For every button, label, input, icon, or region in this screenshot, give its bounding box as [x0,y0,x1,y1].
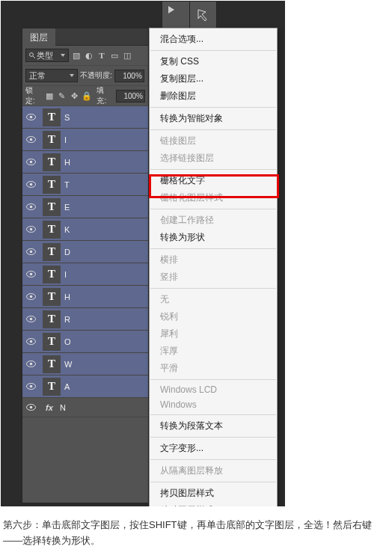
mi-to-para[interactable]: 转换为段落文本 [150,417,277,435]
visibility-icon[interactable] [22,136,39,143]
visibility-icon[interactable] [22,361,39,367]
text-layer-thumb: T [43,266,61,283]
layer-row[interactable]: TR [22,308,148,331]
layer-row[interactable]: TH [22,286,148,308]
visibility-icon[interactable] [22,248,39,255]
blend-mode-value: 正常 [29,70,46,82]
layer-name: O [64,337,148,346]
mi-release-iso: 从隔离图层释放 [150,462,277,479]
fill-field[interactable]: 100% [116,90,145,102]
layer-context-menu: 混合选项... 复制 CSS 复制图层... 删除图层 转换为智能对象 链接图层… [149,28,278,506]
layer-row[interactable]: fxN [22,398,148,417]
mi-raster-text[interactable]: 栅格化文字 [150,172,277,189]
fill-value: 100% [123,92,143,100]
visibility-icon[interactable] [22,181,39,188]
layer-name: H [64,292,148,301]
layer-row[interactable]: TT [22,174,148,196]
visibility-icon[interactable] [22,293,39,300]
toolbar-button-2[interactable] [189,1,217,29]
layer-row[interactable]: TW [22,353,148,375]
mi-copy-style[interactable]: 拷贝图层样式 [150,485,277,502]
visibility-icon[interactable] [22,383,39,390]
filter-shape-icon[interactable]: ▭ [109,50,120,61]
mi-to-shape[interactable]: 转换为形状 [150,229,277,246]
visibility-icon[interactable] [22,271,39,278]
text-layer-thumb: T [43,288,61,306]
svg-point-5 [29,138,32,141]
layer-row[interactable]: TO [22,331,148,353]
mi-warp[interactable]: 文字变形... [150,440,277,457]
menu-separator [150,248,276,249]
fx-thumb: fx [43,401,56,414]
mi-crisp: 犀利 [150,325,277,343]
layer-row[interactable]: TK [22,218,148,241]
layer-row[interactable]: TA [22,375,148,398]
kind-select[interactable]: 类型 [25,49,69,62]
filter-text-icon[interactable]: T [97,50,107,61]
visibility-icon[interactable] [22,159,39,165]
layer-row[interactable]: TE [22,196,148,218]
text-layer-thumb: T [43,378,61,396]
mi-copy-css[interactable]: 复制 CSS [150,53,277,70]
svg-point-27 [29,385,32,388]
mi-strong: 浑厚 [150,343,277,360]
layer-row[interactable]: TH [22,151,148,174]
mi-blend-options[interactable]: 混合选项... [150,31,277,48]
visibility-icon[interactable] [22,338,39,345]
play-icon [168,6,174,13]
step-caption: 第六步：单击底部文字图层，按住SHIFT键，再单击底部的文字图层，全选！然后右键… [0,507,388,555]
mi-del-layer[interactable]: 删除图层 [150,88,277,105]
menu-separator [150,107,276,108]
filter-adjust-icon[interactable]: ◐ [84,50,94,61]
visibility-icon[interactable] [22,203,39,210]
layer-name: I [64,135,148,144]
text-layer-thumb: T [43,108,61,126]
opacity-field[interactable]: 100% [114,70,144,82]
kind-label: 类型 [37,50,53,61]
mi-to-smart[interactable]: 转换为智能对象 [150,110,277,127]
layer-row[interactable]: TD [22,241,148,263]
svg-point-19 [29,295,32,298]
search-icon [29,52,35,58]
mi-sel-linked: 选择链接图层 [150,150,277,167]
mi-sharp: 锐利 [150,308,277,325]
layer-name: I [64,270,148,279]
menu-separator [150,437,276,438]
tool-icon [196,7,211,22]
svg-point-21 [29,318,32,321]
layer-name: A [64,382,148,391]
mi-paste-style[interactable]: 粘贴图层样式 [150,502,277,506]
screenshot-area: 图层 类型 ▧ ◐ T ▭ ◫ 正常 不透明度: 100% [1,1,285,506]
layer-name: S [64,113,148,122]
toolbar-button[interactable] [162,1,190,29]
layer-row[interactable]: TS [22,106,148,129]
fill-label: 填充: [97,85,113,106]
mi-dup-layer[interactable]: 复制图层... [150,70,277,88]
layer-name: T [64,180,148,189]
lock-transparent-icon[interactable]: ▩ [44,91,55,101]
filter-smart-icon[interactable]: ◫ [122,50,132,61]
chevron-down-icon [61,54,65,57]
lock-brush-icon[interactable]: ✎ [57,91,67,101]
text-layer-thumb: T [43,153,61,171]
panel-tab-layers[interactable]: 图层 [22,28,55,47]
lock-all-icon[interactable]: 🔒 [82,91,92,101]
filter-pixel-icon[interactable]: ▧ [71,50,82,61]
layer-name: K [64,225,148,234]
text-layer-thumb: T [43,243,61,261]
opacity-label: 不透明度: [80,70,112,81]
visibility-icon[interactable] [22,226,39,233]
text-layer-thumb: T [43,176,61,194]
svg-line-1 [33,56,35,58]
visibility-icon[interactable] [22,404,39,411]
mi-raster-style: 栅格化图层样式 [150,189,277,206]
menu-separator [150,482,276,482]
text-layer-thumb: T [43,131,61,149]
visibility-icon[interactable] [22,316,39,322]
lock-position-icon[interactable]: ✥ [70,91,80,101]
blend-mode-select[interactable]: 正常 [25,69,78,82]
layer-row[interactable]: TI [22,129,148,151]
visibility-icon[interactable] [22,114,39,120]
layer-name: N [60,403,148,412]
layer-row[interactable]: TI [22,263,148,286]
